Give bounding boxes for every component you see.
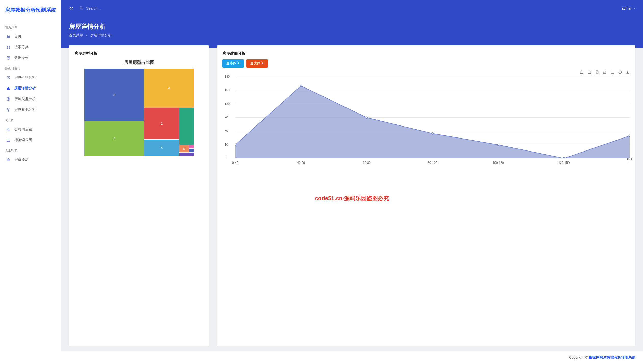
svg-rect-20 <box>588 71 591 74</box>
svg-rect-1 <box>7 46 8 47</box>
sidebar-item[interactable]: 公司词云图 <box>0 124 61 135</box>
user-menu[interactable]: admin <box>622 6 636 10</box>
svg-rect-9 <box>9 89 10 90</box>
sidebar-item[interactable]: 房价预测 <box>0 154 61 165</box>
min-interval-button[interactable]: 最小区间 <box>222 59 244 68</box>
ai-icon <box>6 157 11 162</box>
nav-group-label: 人工智能 <box>0 145 61 154</box>
footer: Copyright © 链家网房屋数据分析预测系统 <box>61 351 643 364</box>
svg-rect-16 <box>8 158 9 161</box>
treemap-cell[interactable]: 5 <box>144 139 179 156</box>
chevron-down-icon <box>633 7 636 10</box>
card-house-type: 房屋房型分析 房屋房型占比图 324156 <box>69 45 209 346</box>
chart-toolbar <box>222 70 630 75</box>
sidebar-item[interactable]: 首页 <box>0 31 61 42</box>
svg-point-5 <box>7 56 10 57</box>
db-icon <box>6 56 11 60</box>
treemap-cell[interactable] <box>189 145 194 149</box>
grid-icon <box>6 45 11 49</box>
cube-icon <box>6 97 11 101</box>
svg-rect-7 <box>7 88 8 90</box>
sidebar-item[interactable]: 房屋详情分析 <box>0 83 61 94</box>
card-title: 房屋房型分析 <box>75 51 204 56</box>
svg-rect-2 <box>9 46 10 47</box>
svg-rect-15 <box>7 159 8 161</box>
restore-icon[interactable] <box>618 70 622 75</box>
x-tick-label: 40-60 <box>297 161 305 165</box>
sidebar: 房屋数据分析预测系统 首页菜单首页搜索分类数据操作数据可视化房屋价格分析房屋详情… <box>0 0 61 364</box>
svg-point-25 <box>432 133 434 134</box>
line-chart-icon[interactable] <box>603 70 607 75</box>
sidebar-item[interactable]: 标签词云图 <box>0 135 61 145</box>
svg-point-22 <box>235 144 236 146</box>
treemap-cell[interactable]: 6 <box>179 145 189 153</box>
page-header: 房屋详情分析 首页菜单 / 房屋详情分析 <box>61 17 643 48</box>
svg-point-26 <box>497 144 499 146</box>
treemap-cell[interactable] <box>189 149 194 153</box>
app-logo: 房屋数据分析预测系统 <box>0 0 61 20</box>
x-tick-label: 100-120 <box>493 161 504 165</box>
sidebar-item-label: 房屋类型分析 <box>14 97 36 101</box>
breadcrumb-leaf: 房屋详情分析 <box>90 33 112 37</box>
x-tick-label: 0-40 <box>232 161 238 165</box>
svg-point-28 <box>629 135 630 137</box>
card-house-area: 房屋建面分析 最小区间 最大区间 03060901201501800-4040-… <box>217 45 635 346</box>
area-chart[interactable]: 03060901201501800-4040-6060-8080-100100-… <box>235 77 630 158</box>
treemap-cell[interactable]: 2 <box>84 121 144 156</box>
home-icon <box>6 34 11 39</box>
max-interval-button[interactable]: 最大区间 <box>246 59 268 68</box>
search-icon <box>79 6 83 11</box>
card-title: 房屋建面分析 <box>222 51 630 56</box>
svg-rect-10 <box>7 128 8 129</box>
treemap-cell[interactable] <box>179 108 194 145</box>
nav-group-label: 首页菜单 <box>0 22 61 31</box>
svg-rect-4 <box>9 47 10 49</box>
svg-rect-17 <box>9 160 10 161</box>
treemap-cell[interactable]: 3 <box>84 68 144 121</box>
nav-group-label: 数据可视化 <box>0 63 61 72</box>
svg-point-24 <box>366 117 368 119</box>
sidebar-item[interactable]: 数据操作 <box>0 53 61 63</box>
nav-group-label: 词云图 <box>0 115 61 124</box>
zoom-reset-icon[interactable] <box>587 70 591 75</box>
svg-point-18 <box>80 7 82 9</box>
pie-icon <box>6 75 11 80</box>
search-input[interactable] <box>86 6 163 10</box>
data-view-icon[interactable] <box>595 70 599 75</box>
tag-icon <box>6 127 11 132</box>
download-icon[interactable] <box>626 70 630 75</box>
breadcrumb: 首页菜单 / 房屋详情分析 <box>69 33 635 38</box>
table-icon <box>6 138 11 142</box>
svg-rect-3 <box>7 47 8 49</box>
x-tick-label: 150-n <box>627 157 633 165</box>
svg-rect-11 <box>9 128 10 129</box>
main: admin 房屋详情分析 首页菜单 / 房屋详情分析 code51.cn-源码乐… <box>61 0 643 364</box>
treemap-cell[interactable]: 4 <box>144 68 194 108</box>
chart-title: 房屋房型占比图 <box>75 59 204 65</box>
sidebar-item[interactable]: 房屋价格分析 <box>0 72 61 83</box>
sidebar-item[interactable]: 搜索分类 <box>0 42 61 53</box>
svg-point-27 <box>563 158 565 159</box>
treemap-cell[interactable] <box>179 153 194 156</box>
treemap-chart[interactable]: 324156 <box>84 68 194 156</box>
x-tick-label: 120-150 <box>558 161 570 165</box>
sidebar-item-label: 标签词云图 <box>14 138 32 142</box>
sidebar-item[interactable]: 房屋其他分析 <box>0 104 61 115</box>
breadcrumb-root[interactable]: 首页菜单 <box>69 33 83 37</box>
x-tick-label: 80-100 <box>428 161 437 165</box>
menu-collapse-icon <box>68 6 74 11</box>
sidebar-item-label: 房屋价格分析 <box>14 75 36 80</box>
treemap-cell[interactable]: 1 <box>144 108 179 139</box>
sidebar-item-label: 房价预测 <box>14 157 29 162</box>
svg-rect-21 <box>596 71 598 74</box>
svg-rect-8 <box>8 87 9 90</box>
bar-chart-icon[interactable] <box>610 70 614 75</box>
svg-point-23 <box>300 85 302 87</box>
sidebar-toggle-button[interactable] <box>68 6 74 11</box>
sidebar-item[interactable]: 房屋类型分析 <box>0 94 61 104</box>
zoom-icon[interactable] <box>580 70 584 75</box>
svg-rect-0 <box>7 36 10 38</box>
nav: 首页菜单首页搜索分类数据操作数据可视化房屋价格分析房屋详情分析房屋类型分析房屋其… <box>0 20 61 364</box>
copyright-prefix: Copyright © <box>569 355 589 359</box>
footer-link[interactable]: 链家网房屋数据分析预测系统 <box>589 355 635 359</box>
